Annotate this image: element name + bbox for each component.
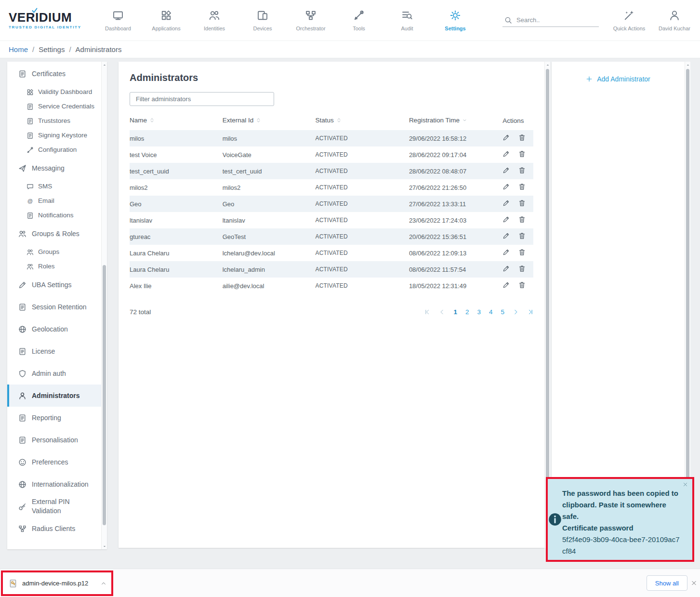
chevron-up-icon[interactable] — [101, 581, 106, 586]
search-input[interactable] — [516, 16, 597, 24]
column-header-external-id[interactable]: External Id — [223, 112, 316, 130]
table-row[interactable]: Alex Ilieailie@dev.localACTIVATED18/05/2… — [130, 278, 533, 294]
edit-admin-button[interactable] — [502, 232, 510, 239]
next-page-button[interactable] — [513, 309, 519, 315]
sidebar-item-preferences[interactable]: Preferences — [7, 451, 101, 473]
nav-item-audit[interactable]: Audit — [383, 10, 431, 31]
nav-item-quick-actions[interactable]: Quick Actions — [610, 10, 648, 31]
breadcrumb-settings[interactable]: Settings — [39, 45, 65, 53]
last-page-button[interactable] — [527, 309, 533, 315]
veridium-logo[interactable]: VERIDIUM TRUSTED DIGITAL IDENTITY — [0, 11, 94, 29]
table-row[interactable]: milosmilosACTIVATED29/06/2022 16:58:12 — [130, 130, 533, 146]
table-row[interactable]: test_cert_uuidtest_cert_uuidACTIVATED28/… — [130, 163, 533, 179]
scroll-up-icon[interactable] — [102, 62, 107, 68]
edit-admin-button[interactable] — [502, 183, 510, 190]
sidebar-scrollbar-thumb[interactable] — [103, 265, 106, 525]
sidebar-item-notifications[interactable]: Notifications — [7, 208, 101, 223]
scroll-up-icon[interactable] — [545, 62, 550, 68]
column-header-registration-time[interactable]: Registration Time — [409, 112, 502, 130]
nav-item-orchestrator[interactable]: Orchestrator — [287, 10, 335, 31]
filter-administrators-input[interactable] — [130, 92, 274, 106]
nav-item-applications[interactable]: Applications — [142, 10, 190, 31]
nav-item-tools[interactable]: Tools — [335, 10, 383, 31]
sidebar-item-configuration[interactable]: Configuration — [7, 143, 101, 157]
page-2-button[interactable]: 2 — [465, 308, 469, 316]
page-1-button[interactable]: 1 — [453, 308, 457, 316]
scroll-up-icon[interactable] — [685, 62, 690, 68]
sidebar-item-admin-auth[interactable]: Admin auth — [7, 362, 101, 385]
right-scrollbar-thumb[interactable] — [686, 69, 689, 541]
sidebar-item-external-pin-validation[interactable]: External PIN Validation — [7, 495, 101, 517]
main-scrollbar[interactable] — [544, 62, 550, 548]
nav-item-devices[interactable]: Devices — [238, 10, 287, 31]
delete-admin-button[interactable] — [518, 281, 526, 289]
previous-page-button[interactable] — [439, 309, 445, 315]
edit-admin-button[interactable] — [502, 265, 510, 272]
configuration-icon — [26, 146, 34, 154]
table-row[interactable]: milos2milos2ACTIVATED27/06/2022 21:26:50 — [130, 179, 533, 196]
column-header-name[interactable]: Name — [130, 112, 223, 130]
delete-admin-button[interactable] — [518, 232, 526, 239]
sidebar-item-internationalization[interactable]: Internationalization — [7, 473, 101, 495]
sidebar-item-truststores[interactable]: Truststores — [7, 114, 101, 128]
breadcrumb-home[interactable]: Home — [9, 45, 28, 53]
sidebar-item-sms[interactable]: SMS — [7, 179, 101, 194]
sidebar-item-geolocation[interactable]: Geolocation — [7, 318, 101, 340]
edit-admin-button[interactable] — [502, 249, 510, 256]
sidebar-item-reporting[interactable]: Reporting — [7, 407, 101, 429]
edit-admin-button[interactable] — [502, 134, 510, 141]
page-4-button[interactable]: 4 — [489, 308, 493, 316]
sidebar-item-email[interactable]: @Email — [7, 194, 101, 208]
show-all-downloads-button[interactable]: Show all — [647, 575, 687, 591]
delete-admin-button[interactable] — [518, 249, 526, 256]
sidebar-item-uba-settings[interactable]: UBA Settings — [7, 274, 101, 296]
nav-item-dashboard[interactable]: Dashboard — [94, 10, 142, 31]
table-row[interactable]: Laura Chelarulchelaru@dev.localACTIVATED… — [130, 245, 533, 261]
toast-close-icon[interactable] — [683, 482, 688, 487]
table-row[interactable]: ltanislavltanislavACTIVATED23/06/2022 17… — [130, 212, 533, 228]
table-row[interactable]: test VoiceVoiceGateACTIVATED28/06/2022 0… — [130, 146, 533, 163]
sidebar-item-session-retention[interactable]: Session Retention — [7, 296, 101, 318]
sidebar-item-messaging[interactable]: Messaging — [7, 157, 101, 179]
sidebar-item-service-credentials[interactable]: Service Credentials — [7, 99, 101, 114]
delete-admin-button[interactable] — [518, 183, 526, 190]
edit-admin-button[interactable] — [502, 216, 510, 223]
downloaded-file-chip[interactable]: admin-device-milos.p12 — [3, 579, 111, 588]
right-panel-scrollbar[interactable] — [685, 62, 690, 548]
sidebar-item-license[interactable]: License — [7, 340, 101, 362]
sidebar-item-signing-keystore[interactable]: Signing Keystore — [7, 128, 101, 143]
sidebar-item-personalisation[interactable]: Personalisation — [7, 429, 101, 451]
nav-item-identities[interactable]: Identities — [190, 10, 238, 31]
scroll-down-icon[interactable] — [102, 543, 107, 549]
first-page-button[interactable] — [424, 309, 431, 315]
sidebar-item-radius-clients[interactable]: Radius Clients — [7, 517, 101, 540]
edit-admin-button[interactable] — [502, 281, 510, 289]
sidebar-item-administrators[interactable]: Administrators — [7, 385, 101, 407]
delete-admin-button[interactable] — [518, 216, 526, 223]
column-header-status[interactable]: Status — [315, 112, 409, 130]
nav-item-david-kuchar[interactable]: David Kuchar — [656, 10, 693, 31]
delete-admin-button[interactable] — [518, 167, 526, 174]
add-administrator-button[interactable]: Add Administrator — [586, 75, 650, 83]
delete-admin-button[interactable] — [518, 150, 526, 158]
sidebar-item-groups-roles[interactable]: Groups & Roles — [7, 223, 101, 245]
edit-admin-button[interactable] — [502, 199, 510, 207]
edit-admin-button[interactable] — [502, 167, 510, 174]
nav-item-settings[interactable]: Settings — [431, 10, 479, 31]
sidebar-item-certificates[interactable]: Certificates — [7, 63, 101, 85]
edit-admin-button[interactable] — [502, 150, 510, 158]
delete-admin-button[interactable] — [518, 134, 526, 141]
main-scrollbar-thumb[interactable] — [546, 69, 549, 541]
sidebar-item-groups[interactable]: Groups — [7, 245, 101, 259]
delete-admin-button[interactable] — [518, 265, 526, 272]
sidebar-scrollbar[interactable] — [101, 62, 107, 549]
sidebar-item-validity-dashboard[interactable]: Validity Dashboard — [7, 85, 101, 99]
page-5-button[interactable]: 5 — [501, 308, 504, 316]
sidebar-item-roles[interactable]: Roles — [7, 259, 101, 274]
delete-admin-button[interactable] — [518, 199, 526, 207]
table-row[interactable]: gtureacGeoTestACTIVATED20/06/2022 15:36:… — [130, 228, 533, 245]
download-bar-close-icon[interactable] — [691, 580, 697, 586]
table-row[interactable]: Laura Chelarulchelaru_adminACTIVATED08/0… — [130, 261, 533, 278]
page-3-button[interactable]: 3 — [477, 308, 481, 316]
table-row[interactable]: GeoGeoACTIVATED27/06/2022 13:33:11 — [130, 196, 533, 212]
